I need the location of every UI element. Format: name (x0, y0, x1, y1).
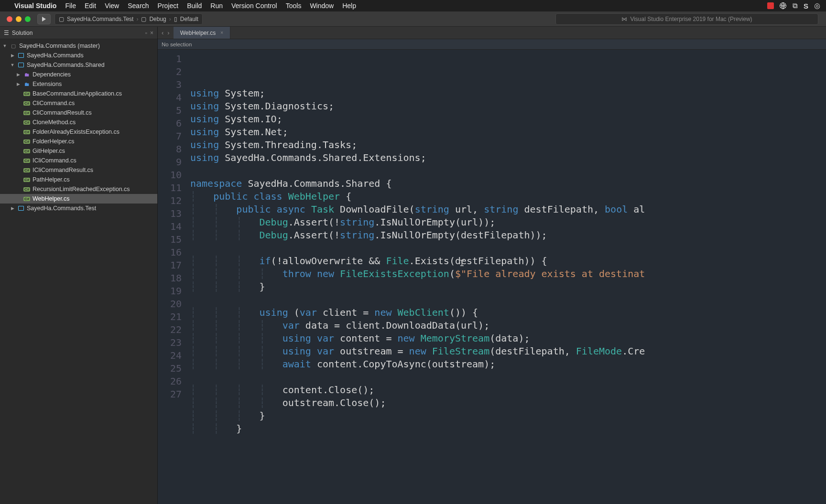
expand-arrow-icon[interactable]: ▶ (10, 53, 15, 58)
panel-options-icon[interactable]: ▫ (145, 30, 147, 36)
close-window-button[interactable] (7, 16, 12, 22)
file-label: CloneMethod.cs (33, 119, 76, 126)
run-button[interactable] (37, 14, 51, 24)
menu-file[interactable]: File (65, 2, 76, 10)
project-icon (17, 205, 25, 212)
file-item[interactable]: C#FolderAlreadyExistsException.cs (0, 127, 157, 137)
solution-panel-header: ☰ Solution ▫ × (0, 27, 157, 39)
globe-icon[interactable]: 🌐︎ (780, 2, 787, 10)
code-content[interactable]: I using System;using System.Diagnostics;… (190, 50, 826, 504)
solution-root[interactable]: ▼ ▢ SayedHa.Commands (master) (0, 41, 157, 51)
folder-label: Extensions (33, 81, 62, 87)
solution-explorer: ☰ Solution ▫ × ▼ ▢ SayedHa.Commands (mas… (0, 27, 158, 504)
file-label: CliCommandResult.cs (33, 109, 92, 116)
project-item[interactable]: ▶ SayedHa.Commands (0, 51, 157, 60)
status-indicator-icon[interactable] (767, 2, 774, 9)
cs-file-icon: C# (23, 109, 31, 116)
file-item[interactable]: C#CliCommandResult.cs (0, 108, 157, 118)
menu-view[interactable]: View (105, 2, 119, 10)
menu-help[interactable]: Help (342, 2, 356, 10)
config-box-icon: ▢ (141, 16, 146, 22)
chevron-right-icon: › (169, 16, 171, 22)
app-name[interactable]: Visual Studio (14, 2, 56, 10)
menu-tools[interactable]: Tools (286, 2, 302, 10)
dropbox-icon[interactable]: ⧉ (793, 1, 798, 10)
code-editor[interactable]: 1234567891011121314151617181920212223242… (158, 50, 826, 504)
project-icon (17, 62, 25, 68)
file-item-selected[interactable]: C#WebHelper.cs (0, 194, 157, 204)
text-cursor-icon: I (459, 258, 465, 268)
minimize-window-button[interactable] (16, 16, 22, 22)
file-label: BaseCommandLineApplication.cs (33, 90, 122, 97)
cs-file-icon: C# (23, 195, 31, 202)
menu-build[interactable]: Build (187, 2, 202, 10)
close-icon[interactable]: × (220, 30, 223, 35)
expand-arrow-icon[interactable]: ▶ (15, 72, 21, 77)
target-box-icon: ▯ (174, 16, 177, 22)
cs-file-icon: C# (23, 148, 31, 154)
folder-item[interactable]: ▶ 🖿 Dependencies (0, 70, 157, 79)
editor-tabstrip: ‹ › WebHelper.cs × (158, 27, 826, 39)
expand-arrow-icon[interactable]: ▶ (10, 206, 15, 211)
editor-tab-label: WebHelper.cs (180, 30, 216, 36)
cs-file-icon: C# (23, 90, 31, 97)
menu-edit[interactable]: Edit (85, 2, 96, 10)
cs-file-icon: C# (23, 157, 31, 164)
menu-project[interactable]: Project (158, 2, 179, 10)
search-placeholder: Visual Studio Enterprise 2019 for Mac (P… (630, 16, 752, 22)
folder-label: Dependencies (33, 71, 71, 78)
config-build: Debug (149, 16, 166, 22)
file-item[interactable]: C#GitHelper.cs (0, 146, 157, 156)
cs-file-icon: C# (23, 167, 31, 173)
project-item[interactable]: ▶ SayedHa.Commands.Test (0, 204, 157, 213)
cs-file-icon: C# (23, 119, 31, 126)
config-project: SayedHa.Commands.Test (67, 16, 133, 22)
config-selector[interactable]: ▢ SayedHa.Commands.Test › ▢ Debug › ▯ De… (54, 13, 203, 25)
menu-run[interactable]: Run (210, 2, 223, 10)
breadcrumb-text: No selection (162, 42, 192, 47)
project-item[interactable]: ▼ SayedHa.Commands.Shared (0, 60, 157, 70)
file-item[interactable]: C#CliCommand.cs (0, 98, 157, 108)
vs-icon: ⋈ (621, 16, 627, 22)
file-label: FolderAlreadyExistsException.cs (33, 129, 120, 135)
panel-close-icon[interactable]: × (150, 30, 153, 36)
menu-version-control[interactable]: Version Control (231, 2, 277, 10)
expand-arrow-icon[interactable]: ▼ (2, 43, 8, 48)
search-box[interactable]: ⋈ Visual Studio Enterprise 2019 for Mac … (555, 13, 818, 25)
file-label: PathHelper.cs (33, 176, 70, 183)
file-label: WebHelper.cs (33, 195, 70, 202)
list-icon: ☰ (4, 30, 9, 36)
macos-menubar: Visual Studio File Edit View Search Proj… (0, 0, 826, 11)
window-controls (4, 16, 33, 22)
expand-arrow-icon[interactable]: ▼ (10, 63, 15, 67)
file-item[interactable]: C#BaseCommandLineApplication.cs (0, 89, 157, 98)
file-item[interactable]: C#ICliCommand.cs (0, 156, 157, 165)
file-item[interactable]: C#RecursionLimitReachedException.cs (0, 184, 157, 194)
file-item[interactable]: C#CloneMethod.cs (0, 118, 157, 127)
cs-file-icon: C# (23, 176, 31, 183)
breadcrumb-bar[interactable]: No selection (158, 39, 826, 50)
file-label: GitHelper.cs (33, 148, 65, 154)
project-box-icon: ▢ (59, 16, 64, 22)
folder-item[interactable]: ▶ 🖿 Extensions (0, 79, 157, 89)
maximize-window-button[interactable] (25, 16, 31, 22)
menu-window[interactable]: Window (310, 2, 334, 10)
solution-tree[interactable]: ▼ ▢ SayedHa.Commands (master) ▶ SayedHa.… (0, 39, 157, 215)
project-label: SayedHa.Commands (27, 52, 84, 59)
menu-search[interactable]: Search (128, 2, 149, 10)
cs-file-icon: C# (23, 186, 31, 193)
file-item[interactable]: C#PathHelper.cs (0, 175, 157, 184)
file-item[interactable]: C#FolderHelper.cs (0, 137, 157, 146)
editor-tab[interactable]: WebHelper.cs × (174, 27, 230, 39)
expand-arrow-icon[interactable]: ▶ (15, 82, 21, 86)
project-icon (17, 52, 25, 59)
editor-area: ‹ › WebHelper.cs × No selection 12345678… (158, 27, 826, 504)
line-number-gutter: 1234567891011121314151617181920212223242… (158, 50, 190, 504)
nav-back-icon[interactable]: ‹ (162, 29, 163, 36)
toolbar: ▢ SayedHa.Commands.Test › ▢ Debug › ▯ De… (0, 11, 826, 27)
nav-forward-icon[interactable]: › (167, 29, 169, 36)
s-icon[interactable]: S (804, 2, 808, 10)
solution-panel-title: Solution (12, 30, 33, 36)
file-item[interactable]: C#ICliCommandResult.cs (0, 165, 157, 175)
creative-cloud-icon[interactable]: ◎ (814, 1, 820, 10)
